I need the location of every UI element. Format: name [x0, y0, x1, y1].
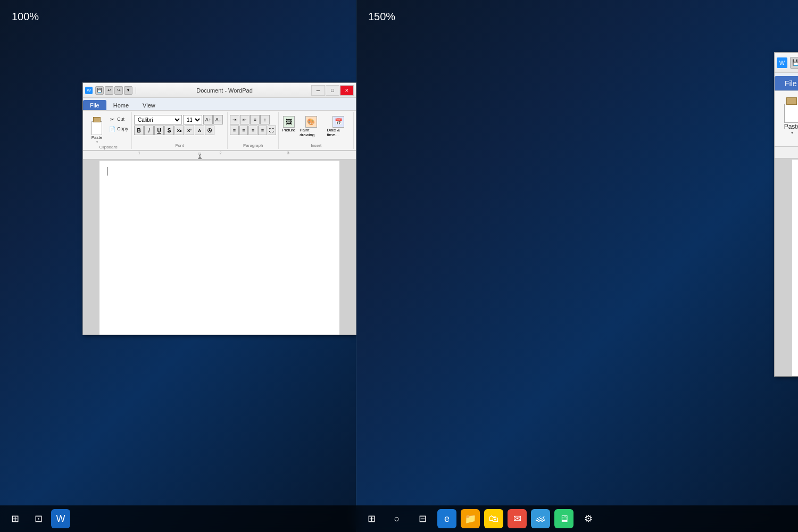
font-color-btn-small[interactable]: A: [195, 126, 204, 135]
paint-label-small: Paint drawing: [300, 128, 322, 137]
maximize-btn-small[interactable]: □: [326, 85, 339, 96]
start-btn-left[interactable]: ⊞: [4, 508, 26, 529]
minimize-btn-small[interactable]: ─: [311, 85, 325, 96]
tab-home-small[interactable]: Home: [106, 100, 136, 110]
left-panel: 100% W 💾 ↩ ↪ ▾ Document - WordPad ─ □ ✕ …: [0, 0, 356, 532]
align-right-small[interactable]: ≡: [248, 126, 257, 135]
size-select-small[interactable]: 11: [183, 115, 202, 124]
italic-btn-small[interactable]: I: [144, 126, 154, 135]
font-label-small: Font: [176, 143, 184, 148]
search-btn-right[interactable]: ○: [386, 508, 408, 529]
font-group-small: Calibri 11 A↑ A↓ B I: [132, 112, 228, 149]
paste-button-large[interactable]: Paste ▾: [779, 95, 798, 136]
picture-icon-small: 🖼: [283, 116, 295, 128]
picture-label-small: Picture: [282, 128, 295, 132]
save-btn-large[interactable]: 💾: [790, 57, 798, 69]
right-zoom-label: 150%: [368, 11, 395, 23]
driver-btn[interactable]: 🏎: [531, 509, 550, 528]
copy-button-small[interactable]: 📄 Copy: [107, 124, 129, 133]
shrink-btn-small[interactable]: A↓: [213, 115, 223, 124]
cursor-small: [107, 167, 107, 176]
document-area-large[interactable]: 1 2 3 ⊽: [775, 147, 798, 376]
paragraph-label-small: Paragraph: [243, 143, 263, 148]
font-select-small[interactable]: Calibri: [134, 115, 182, 124]
clipboard-content-large: Paste ▾ ✂ Cut 📄 Copy: [779, 93, 798, 139]
edge-btn[interactable]: e: [437, 509, 456, 528]
start-btn-right[interactable]: ⊞: [361, 508, 382, 529]
line-spacing-small[interactable]: ↕: [260, 115, 270, 124]
bold-btn-small[interactable]: B: [134, 126, 144, 135]
left-zoom-label: 100%: [12, 11, 39, 23]
display-btn[interactable]: 🖥: [554, 509, 573, 528]
cut-label-small: Cut: [117, 117, 124, 122]
undo-btn-small[interactable]: ↩: [105, 86, 113, 95]
tab-file-large[interactable]: File: [775, 76, 798, 90]
underline-btn-small[interactable]: U: [154, 126, 164, 135]
align-left-small[interactable]: ≡: [230, 126, 239, 135]
save-btn-small[interactable]: 💾: [95, 86, 104, 95]
customize-btn-small[interactable]: ▾: [124, 86, 132, 95]
clipboard-label-small: Clipboard: [99, 145, 117, 149]
align-center-small[interactable]: ≡: [239, 126, 248, 135]
font-row1-small: Calibri 11 A↑ A↓: [134, 115, 225, 124]
ruler-content-large: 1 2 3 ⊽: [776, 147, 798, 158]
mail-btn[interactable]: ✉: [508, 509, 527, 528]
insert-group-small: 🖼 Picture 🎨 Paint drawing 📅 Date & time.…: [279, 112, 354, 149]
highlight-btn-small[interactable]: Ⓐ: [205, 126, 214, 135]
clipboard-content-small: Paste ▾ ✂ Cut 📄 Copy: [87, 113, 129, 145]
picture-btn-small[interactable]: 🖼 Picture: [281, 115, 296, 138]
store-btn[interactable]: 🛍: [484, 509, 503, 528]
datetime-label-small: Date & time...: [327, 128, 350, 137]
para-row1-small: ⇥ ⇤ ≡ ↕: [230, 115, 276, 124]
tab-view-small[interactable]: View: [136, 100, 162, 110]
strikethrough-btn-small[interactable]: S: [164, 126, 174, 135]
explorer-btn[interactable]: 📁: [461, 509, 480, 528]
paste-label-large: Paste: [784, 123, 798, 130]
align-justify-small[interactable]: ≡: [258, 126, 267, 135]
indent-dec-small[interactable]: ⇤: [240, 115, 250, 124]
task-view-btn-right[interactable]: ⊟: [412, 508, 433, 529]
task-view-btn-left[interactable]: ⊡: [28, 508, 49, 529]
taskbar-left: ⊞ ⊡ W: [4, 508, 361, 529]
right-panel: 150% W 💾 ↩ ↪ ▾ Document - WordPad ─ □ ✕ …: [356, 0, 798, 532]
ruler-large-el: 1 2 3 ⊽: [775, 147, 798, 159]
tab-file-small[interactable]: File: [83, 100, 106, 110]
document-page-small[interactable]: [99, 161, 339, 335]
ruler-content-small: 1 2 3 ⊽: [84, 151, 355, 159]
grow-btn-small[interactable]: A↑: [203, 115, 213, 124]
font-row2-small: B I U S X₂ X² A Ⓐ: [134, 126, 225, 135]
document-area-small[interactable]: 1 2 3 ⊽: [83, 151, 356, 335]
font-content-small: Calibri 11 A↑ A↓ B I: [134, 113, 225, 135]
app-icon-small: W: [85, 87, 93, 94]
clipboard-group-large: Paste ▾ ✂ Cut 📄 Copy: [777, 92, 798, 145]
wordpad-window-small: W 💾 ↩ ↪ ▾ Document - WordPad ─ □ ✕ File …: [82, 82, 356, 335]
ribbon-main-small: Paste ▾ ✂ Cut 📄 Copy: [85, 112, 354, 149]
wordpad-taskbar-left[interactable]: W: [51, 509, 70, 528]
subscript-btn-small[interactable]: X₂: [174, 126, 184, 135]
grow-btns-small: A↑ A↓: [203, 115, 223, 124]
title-bar-small: W 💾 ↩ ↪ ▾ Document - WordPad ─ □ ✕: [83, 83, 356, 98]
para-row2-small: ≡ ≡ ≡ ≡ ⛶: [230, 126, 276, 135]
clipboard-group-small: Paste ▾ ✂ Cut 📄 Copy: [85, 112, 132, 149]
ribbon-tabs-large: File Home View: [775, 73, 798, 91]
copy-label-small: Copy: [117, 126, 128, 131]
ribbon-tabs-small: File Home View: [83, 98, 356, 111]
superscript-btn-small[interactable]: X²: [185, 126, 194, 135]
indent-inc-small[interactable]: ⇥: [230, 115, 239, 124]
paragraph-group-small: ⇥ ⇤ ≡ ↕ ≡ ≡ ≡ ≡ ⛶ Paragraph: [228, 112, 279, 149]
redo-btn-small[interactable]: ↪: [114, 86, 123, 95]
taskbar: ⊞ ⊡ W ⊞ ○ ⊟ e 📁 🛍 ✉ 🏎 🖥 ⚙: [0, 505, 798, 532]
document-page-large[interactable]: [792, 160, 798, 376]
datetime-btn-small[interactable]: 📅 Date & time...: [326, 115, 351, 138]
close-btn-small[interactable]: ✕: [340, 85, 354, 96]
paste-button-small[interactable]: Paste ▾: [87, 115, 106, 145]
insert-content-small: 🖼 Picture 🎨 Paint drawing 📅 Date & time.…: [281, 113, 351, 138]
paint-icon-small: 🎨: [305, 116, 317, 128]
list-btn-small[interactable]: ≡: [250, 115, 260, 124]
taskbar-right: ⊞ ○ ⊟ e 📁 🛍 ✉ 🏎 🖥 ⚙: [361, 508, 794, 529]
cut-button-small[interactable]: ✂ Cut: [107, 115, 129, 123]
paint-btn-small[interactable]: 🎨 Paint drawing: [298, 115, 323, 138]
settings-btn[interactable]: ⚙: [578, 508, 599, 529]
para-settings-small[interactable]: ⛶: [268, 126, 277, 135]
paragraph-content-small: ⇥ ⇤ ≡ ↕ ≡ ≡ ≡ ≡ ⛶: [230, 113, 276, 135]
